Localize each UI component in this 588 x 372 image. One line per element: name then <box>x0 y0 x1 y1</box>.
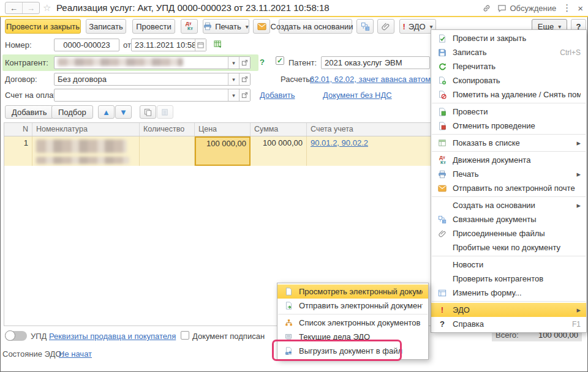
settlements-link[interactable]: 62.01, 62.02, зачет аванса автомати <box>310 75 431 84</box>
edo-state-link[interactable]: Не начат <box>59 349 92 359</box>
row-add-button[interactable]: Добавить <box>5 105 53 119</box>
menu-item-related-documents[interactable]: Связанные документы <box>431 212 586 226</box>
menu-item-help[interactable]: ? Справка F1 <box>431 317 586 331</box>
envelope-icon <box>257 23 266 31</box>
menu-item-unpost[interactable]: Отменить проведение <box>431 119 586 133</box>
row-copy-button[interactable] <box>140 105 156 119</box>
row-add-label: Добавить <box>12 108 47 117</box>
forward-button[interactable]: → <box>22 2 39 13</box>
menu-item-send-email[interactable]: Отправить по электронной почте <box>431 181 586 195</box>
column-header-quantity[interactable]: Количество <box>140 123 195 136</box>
contract-dropdown-icon[interactable]: ▾ <box>228 73 239 85</box>
amount-cell: 100 000,00 <box>251 136 307 166</box>
menu-item-document-movements[interactable]: ДтКт Движения документа <box>431 153 586 167</box>
export-document-icon <box>283 347 294 355</box>
menu-item-post-and-close[interactable]: Провести и закрыть <box>431 31 586 45</box>
patent-value: 2021 оказ.услуг ЭВМ <box>322 57 429 69</box>
menu-item-create-based-on[interactable]: Создать на основании <box>431 198 586 212</box>
submenu-item-view-edoc[interactable]: Просмотреть электронный документ <box>277 285 428 299</box>
menu-item-copy[interactable]: Скопировать <box>431 73 586 87</box>
contractor-help-icon[interactable]: ? <box>260 58 265 67</box>
back-button[interactable]: ← <box>6 2 22 13</box>
print-label: Печать <box>215 22 241 31</box>
column-header-amount[interactable]: Сумма <box>251 123 307 136</box>
patent-input[interactable]: 2021 оказ.услуг ЭВМ <box>321 56 430 69</box>
edo-state-label: Состояние ЭДО: <box>2 349 64 359</box>
menu-item-reread[interactable]: Перечитать <box>431 59 586 73</box>
post-and-close-button[interactable]: Провести и закрыть <box>5 19 81 34</box>
document-icon <box>283 288 294 296</box>
menu-item-attachments[interactable]: Присоединенные файлы <box>431 226 586 240</box>
create-based-on-label: Создать на основании <box>271 22 353 31</box>
attachments-button[interactable] <box>377 19 394 34</box>
menu-item-receipts[interactable]: Пробитые чеки по документу <box>431 240 586 255</box>
related-documents-button[interactable] <box>356 19 374 34</box>
nav-history-group: ← → <box>5 2 40 14</box>
contract-value: Без договора <box>55 73 228 85</box>
calendar-icon[interactable] <box>195 39 206 51</box>
requisites-link[interactable]: Реквизиты продавца и покупателя <box>49 332 176 341</box>
get-link-icon[interactable] <box>482 4 491 13</box>
contract-input[interactable]: Без договора ▾ <box>54 73 251 86</box>
invoice-input[interactable]: ▾ <box>54 89 251 102</box>
menu-item-mark-deletion[interactable]: Пометить на удаление / Снять пометку <box>431 87 586 102</box>
submenu-item-edo-tasks[interactable]: Текущие дела ЭДО <box>277 330 428 344</box>
column-header-price[interactable]: Цена <box>195 123 251 136</box>
print-button[interactable]: Печать <box>203 19 249 34</box>
create-based-on-button[interactable]: Создать на основании <box>279 19 352 34</box>
number-input[interactable]: 0000-000023 <box>54 39 119 51</box>
row-extra-button[interactable] <box>157 105 173 119</box>
menu-item-show-in-list[interactable]: Показать в списке <box>431 136 586 150</box>
post-button[interactable]: Провести <box>132 19 175 34</box>
submenu-arrow-icon <box>569 201 581 210</box>
menu-item-save[interactable]: Записать Ctrl+S <box>431 45 586 59</box>
send-email-button[interactable] <box>253 19 270 34</box>
menu-item-check-contractors[interactable]: Проверить контрагентов <box>431 272 586 286</box>
printer-icon <box>203 22 212 31</box>
date-input[interactable]: 23.11.2021 10:58:18 <box>131 39 206 51</box>
upd-toggle[interactable] <box>5 331 27 341</box>
submenu-item-send-edoc[interactable]: Отправить электронный документ <box>277 299 428 313</box>
column-header-nomenclature[interactable]: Номенклатура <box>32 123 140 136</box>
save-button[interactable]: Записать <box>86 19 126 34</box>
contractor-open-icon[interactable] <box>239 57 250 69</box>
row-pick-button[interactable]: Подбор <box>51 105 93 119</box>
submenu-item-edoc-list[interactable]: Список электронных документов <box>277 316 428 330</box>
row-move-up-button[interactable]: ▲ <box>98 105 115 119</box>
kebab-menu-icon[interactable]: ⋮ <box>562 2 571 13</box>
dtkt-movements-button[interactable]: ДтКт <box>181 19 198 34</box>
contract-open-icon[interactable] <box>239 73 250 85</box>
unpost-icon <box>437 122 448 130</box>
invoice-open-icon[interactable] <box>239 89 250 101</box>
menu-item-print[interactable]: Печать <box>431 167 586 181</box>
menu-item-post[interactable]: Провести <box>431 105 586 119</box>
menu-item-edo[interactable]: ! ЭДО <box>431 303 586 317</box>
submenu-item-export-to-file[interactable]: Выгрузить документ в файл <box>277 344 428 358</box>
discussion-button[interactable]: Обсуждение <box>497 4 556 13</box>
invoice-dropdown-icon[interactable]: ▾ <box>228 89 239 101</box>
price-cell-selected[interactable]: 100 000,00 <box>195 136 251 166</box>
favorite-star-icon[interactable]: ☆ <box>43 2 51 13</box>
paperclip-icon <box>382 22 390 31</box>
related-documents-icon <box>437 215 448 224</box>
accounts-link[interactable]: 90.01.2, 90.02.2 <box>311 138 368 147</box>
arrow-up-icon: ▲ <box>102 108 110 117</box>
column-header-n[interactable]: N <box>4 123 32 136</box>
arrow-down-icon: ▼ <box>119 108 127 117</box>
menu-item-news[interactable]: Новости <box>431 258 586 272</box>
sheets-icon <box>161 108 169 116</box>
patent-checkbox[interactable]: ✓ <box>276 56 284 65</box>
invoice-add-link[interactable]: Добавить <box>260 91 295 100</box>
close-icon[interactable]: × <box>578 3 583 13</box>
no-vat-link[interactable]: Документ без НДС <box>323 91 392 100</box>
contractor-value-redacted <box>55 57 228 69</box>
contractor-input[interactable]: ▾ <box>54 56 251 69</box>
contractor-dropdown-icon[interactable]: ▾ <box>228 57 239 69</box>
discussion-label: Обсуждение <box>510 4 556 13</box>
row-move-down-button[interactable]: ▼ <box>115 105 132 119</box>
menu-item-change-form[interactable]: Изменить форму... <box>431 286 586 300</box>
edit-number-icon[interactable] <box>214 40 223 49</box>
menu-separator <box>432 151 586 152</box>
document-signed-checkbox[interactable] <box>181 331 189 340</box>
settlements-label: Расчеты: <box>281 75 314 84</box>
